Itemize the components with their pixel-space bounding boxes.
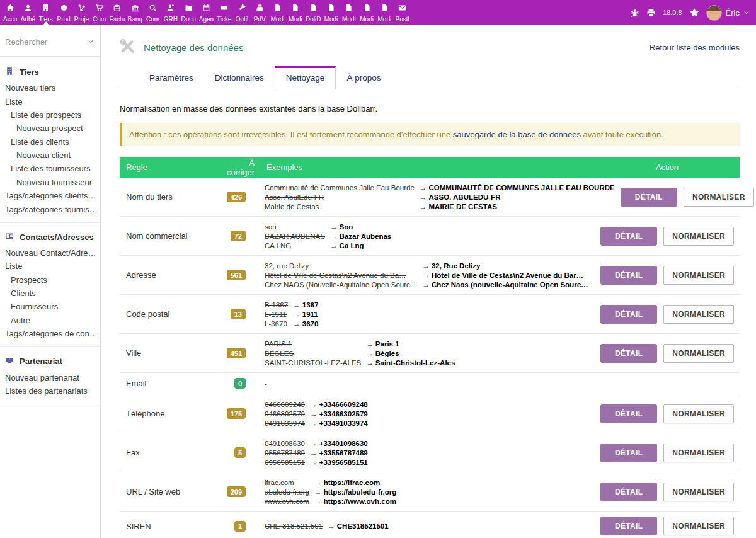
sidebar-item[interactable]: Nouveau Contact/Adresse <box>0 246 100 260</box>
top-menu-item-modi-15[interactable]: Modi <box>268 0 286 25</box>
top-menu-item-dolid-17[interactable]: DoliD <box>304 0 322 25</box>
sidebar-item[interactable]: Autre <box>0 314 100 327</box>
search-input[interactable]: Rechercher <box>0 25 100 57</box>
top-menu-item-modi-16[interactable]: Modi <box>287 0 304 25</box>
normalize-button[interactable]: NORMALISER <box>684 188 754 207</box>
top-menu-item-agen-11[interactable]: Agen <box>197 0 215 25</box>
table-row-url-site-web: URL / Site web209ifrac.com→ https://ifra… <box>120 472 740 512</box>
arrow-right-icon: → <box>310 420 319 427</box>
sidebar-section-title: Tiers <box>20 67 39 77</box>
top-menu-item-modi-19[interactable]: Modi <box>340 0 358 25</box>
normalize-button[interactable]: NORMALISER <box>663 517 734 535</box>
example-old-value: Chez NAOS (Nouvelle-Aquitaine Open Sourc… <box>265 281 422 289</box>
normalize-button[interactable]: NORMALISER <box>663 305 734 324</box>
sidebar-item[interactable]: Clients <box>0 287 100 300</box>
detail-button[interactable]: DÉTAIL <box>600 483 657 501</box>
sidebar-section-header-0[interactable]: Tiers <box>0 64 100 81</box>
detail-button[interactable]: DÉTAIL <box>600 517 657 535</box>
tab-dictionnaires[interactable]: Dictionnaires <box>204 66 275 89</box>
rule-label: Nom commercial <box>120 231 220 241</box>
top-menu-item-com-8[interactable]: Com <box>144 0 161 25</box>
sidebar-item[interactable]: Liste des clients <box>0 135 100 149</box>
top-menu-item-proje-4[interactable]: Proje <box>72 0 90 25</box>
sidebar-item[interactable]: Tags/catégories de conta… <box>0 327 100 340</box>
tab-nettoyage[interactable]: Nettoyage <box>275 66 336 89</box>
top-menu-item-outil-13[interactable]: Outil <box>233 0 251 25</box>
bookmark-star-icon[interactable] <box>689 8 699 18</box>
avatar[interactable] <box>706 5 722 21</box>
normalize-button[interactable]: NORMALISER <box>663 444 734 462</box>
sidebar-item[interactable]: Listes des partenariats <box>0 384 100 398</box>
documents-icon <box>185 3 193 14</box>
sidebar-item[interactable]: Liste des prospects <box>0 108 100 122</box>
sidebar-section-header-1[interactable]: Contacts/Adresses <box>0 229 100 246</box>
normalize-button[interactable]: NORMALISER <box>663 483 734 501</box>
top-menu-item-prod-3[interactable]: Prod <box>55 0 72 25</box>
example-old-value: ifrac.com <box>265 479 299 486</box>
top-menu-item-grh-9[interactable]: GRH <box>162 0 180 25</box>
top-menu-item-tiers-2[interactable]: Tiers <box>37 0 55 25</box>
top-menu-item-com-5[interactable]: Com <box>90 0 108 25</box>
detail-button[interactable]: DÉTAIL <box>600 444 657 462</box>
detail-button[interactable]: DÉTAIL <box>600 305 657 324</box>
bug-icon[interactable] <box>630 8 639 18</box>
sidebar-section-header-2[interactable]: Partenariat <box>0 353 100 370</box>
count-cell: 561 <box>220 270 265 280</box>
tab-parametres[interactable]: Paramètres <box>139 66 204 89</box>
sidebar-item[interactable]: Prospects <box>0 273 100 287</box>
sidebar-item[interactable]: Nouveau tiers <box>0 81 100 94</box>
backup-link[interactable]: sauvegarde de la base de données <box>453 130 581 139</box>
sidebar-item[interactable]: Liste des fournisseurs <box>0 162 100 175</box>
user-menu[interactable]: Éric <box>706 5 750 21</box>
agenda-icon <box>202 3 210 14</box>
count-cell: 0 <box>220 378 265 389</box>
sidebar-item[interactable]: Nouveau client <box>0 149 100 162</box>
example-new-value: Bazar Aubenas <box>340 232 392 240</box>
normalize-button[interactable]: NORMALISER <box>663 344 734 363</box>
top-menu-item-label: Proje <box>74 16 89 23</box>
top-menu-item-docu-10[interactable]: Docu <box>180 0 197 25</box>
sidebar-item[interactable]: Nouveau partenariat <box>0 370 100 384</box>
detail-button[interactable]: DÉTAIL <box>600 266 657 285</box>
tab-a-propos[interactable]: À propos <box>336 66 391 89</box>
detail-button[interactable]: DÉTAIL <box>600 344 657 363</box>
print-icon[interactable] <box>646 8 656 18</box>
arrow-right-icon: → <box>366 340 375 348</box>
normalize-button[interactable]: NORMALISER <box>663 227 734 246</box>
top-menu-item-modi-18[interactable]: Modi <box>322 0 340 25</box>
detail-button[interactable]: DÉTAIL <box>621 188 677 207</box>
top-menu-item-adhé-1[interactable]: Adhé <box>19 0 37 25</box>
sidebar-item[interactable]: Liste <box>0 94 100 108</box>
top-menu-item-label: Postl <box>396 16 410 23</box>
rule-label: Code postal <box>120 309 220 319</box>
sidebar-item[interactable]: Liste <box>0 260 100 273</box>
example-new-value: +33491033974 <box>319 420 368 427</box>
back-to-modules-link[interactable]: Retour liste des modules <box>650 43 740 52</box>
sidebar-item[interactable]: Tags/catégories fournisse… <box>0 202 100 215</box>
arrow-right-icon: → <box>366 359 375 367</box>
detail-button[interactable]: DÉTAIL <box>600 404 657 423</box>
top-menu-item-pdv-14[interactable]: PdV <box>251 0 268 25</box>
sidebar-item[interactable]: Tags/catégories clients/pr… <box>0 189 100 202</box>
search-placeholder: Rechercher <box>5 37 47 47</box>
search-caret-icon[interactable] <box>88 36 94 47</box>
contacts-icon <box>5 232 14 243</box>
top-menu-item-modi-21[interactable]: Modi <box>375 0 393 25</box>
normalize-button[interactable]: NORMALISER <box>663 266 734 285</box>
examples-cell: 0491098630→ +334910986300556787489→ +335… <box>265 438 595 467</box>
top-menu-item-ticke-12[interactable]: Ticke <box>215 0 233 25</box>
example-old-value: 0491033974 <box>265 420 310 427</box>
sidebar-item[interactable]: Fournisseurs <box>0 300 100 313</box>
normalize-button[interactable]: NORMALISER <box>663 404 734 423</box>
top-menu-item-modi-20[interactable]: Modi <box>358 0 375 25</box>
top-menu-item-accu-0[interactable]: Accu <box>1 0 19 25</box>
top-menu-item-postl-22[interactable]: Postl <box>394 0 411 25</box>
example-old-value: 0956585151 <box>265 459 310 466</box>
top-menu-item-label: Prod <box>57 16 70 23</box>
sidebar-item[interactable]: Nouveau fournisseur <box>0 176 100 189</box>
top-menu-item-factu-6[interactable]: Factu <box>108 0 126 25</box>
detail-button[interactable]: DÉTAIL <box>600 227 657 246</box>
example-old-value: BAZAR AUBENAS <box>265 232 330 240</box>
sidebar-item[interactable]: Nouveau prospect <box>0 122 100 135</box>
top-menu-item-banq-7[interactable]: Banq <box>126 0 144 25</box>
